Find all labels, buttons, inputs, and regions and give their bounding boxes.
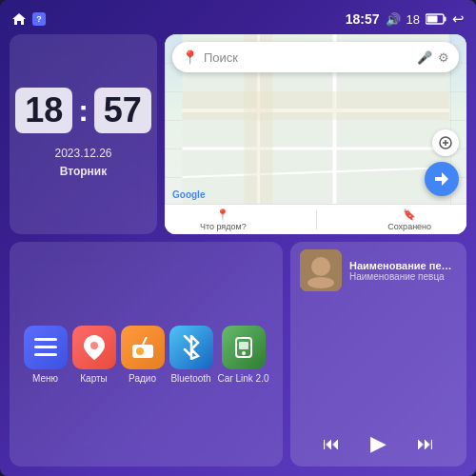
status-left: ? xyxy=(11,11,46,27)
music-prev-button[interactable]: ⏮ xyxy=(316,428,347,459)
music-artist: Наименование певца xyxy=(349,271,457,282)
map-navigate-button[interactable] xyxy=(425,162,459,196)
apps-widget: Меню Карты xyxy=(10,242,283,466)
main-screen: ? 18:57 🔊 18 ↩ 18 : xyxy=(0,0,476,476)
music-title: Наименование песни xyxy=(349,260,457,271)
app-radio[interactable]: Радио xyxy=(121,326,165,384)
map-tab-nearby[interactable]: 📍 Что рядом? xyxy=(200,208,247,231)
map-search-placeholder: Поиск xyxy=(204,50,411,65)
clock-colon: : xyxy=(78,95,89,126)
clock-widget: 18 : 57 2023.12.26 Вторник xyxy=(10,34,157,234)
svg-point-28 xyxy=(311,257,330,276)
music-controls: ⏮ ▶ ⏭ xyxy=(300,428,457,459)
notification-icon[interactable]: ? xyxy=(32,12,46,26)
map-search-bar[interactable]: 📍 Поиск 🎤 ⚙ xyxy=(172,42,459,72)
home-icon[interactable] xyxy=(11,11,27,27)
bottom-row: Меню Карты xyxy=(10,242,466,466)
app-icon-bluetooth xyxy=(169,326,213,369)
svg-point-29 xyxy=(307,277,334,288)
map-widget[interactable]: 📍 Поиск 🎤 ⚙ xyxy=(165,34,466,234)
clock-date: 2023.12.26 Вторник xyxy=(54,145,111,181)
app-bluetooth[interactable]: Bluetooth xyxy=(169,326,213,384)
svg-line-23 xyxy=(143,337,147,345)
svg-rect-20 xyxy=(136,347,144,355)
svg-rect-15 xyxy=(34,338,57,341)
status-bar: ? 18:57 🔊 18 ↩ xyxy=(0,8,476,30)
battery-icon xyxy=(426,13,446,25)
top-row: 18 : 57 2023.12.26 Вторник xyxy=(10,34,466,234)
app-label-bluetooth: Bluetooth xyxy=(170,373,210,384)
svg-rect-25 xyxy=(239,342,248,349)
map-tab-saved[interactable]: 🔖 Сохранено xyxy=(387,208,431,231)
volume-icon: 🔊 xyxy=(386,12,401,27)
music-play-button[interactable]: ▶ xyxy=(363,428,393,459)
music-text: Наименование песни Наименование певца xyxy=(349,260,457,282)
app-icon-radio xyxy=(121,326,165,369)
svg-rect-22 xyxy=(148,351,150,353)
music-thumbnail xyxy=(300,249,342,291)
svg-point-26 xyxy=(242,351,246,355)
svg-rect-2 xyxy=(445,17,446,22)
music-next-button[interactable]: ⏭ xyxy=(410,428,441,459)
svg-point-18 xyxy=(90,342,98,349)
battery-display: 18 xyxy=(407,12,420,27)
app-label-radio: Радио xyxy=(129,373,156,384)
app-menu[interactable]: Меню xyxy=(24,326,68,384)
main-content: 18 : 57 2023.12.26 Вторник xyxy=(10,34,466,466)
clock-minutes: 57 xyxy=(104,93,142,128)
app-carlink[interactable]: Car Link 2.0 xyxy=(218,326,269,384)
google-logo: Google xyxy=(172,189,205,200)
svg-rect-21 xyxy=(148,347,150,349)
app-icon-menu xyxy=(24,326,68,369)
back-icon[interactable]: ↩ xyxy=(452,10,465,28)
clock-hours-block: 18 xyxy=(15,88,72,133)
time-display: 18:57 xyxy=(346,11,380,27)
app-label-carlink: Car Link 2.0 xyxy=(218,373,269,384)
map-zoom-button[interactable] xyxy=(432,129,459,156)
svg-rect-16 xyxy=(34,346,57,348)
yandex-pin-icon: 📍 xyxy=(182,50,198,65)
svg-rect-17 xyxy=(34,353,57,356)
music-widget: Наименование песни Наименование певца ⏮ … xyxy=(290,242,466,466)
music-info: Наименование песни Наименование певца xyxy=(300,249,457,291)
clock-minutes-block: 57 xyxy=(94,88,151,133)
app-maps[interactable]: Карты xyxy=(72,326,116,384)
microphone-icon[interactable]: 🎤 xyxy=(417,50,432,65)
settings-icon[interactable]: ⚙ xyxy=(438,50,449,65)
svg-rect-1 xyxy=(427,16,438,23)
clock-hours: 18 xyxy=(25,93,63,128)
svg-rect-10 xyxy=(183,91,449,120)
status-right: 18:57 🔊 18 ↩ xyxy=(346,10,465,28)
app-icon-maps xyxy=(72,326,116,369)
app-label-menu: Меню xyxy=(32,373,58,384)
map-bottom-tabs: 📍 Что рядом? 🔖 Сохранено xyxy=(165,204,466,234)
clock-display: 18 : 57 xyxy=(15,88,151,133)
app-label-maps: Карты xyxy=(80,373,108,384)
app-icon-carlink xyxy=(222,326,266,369)
